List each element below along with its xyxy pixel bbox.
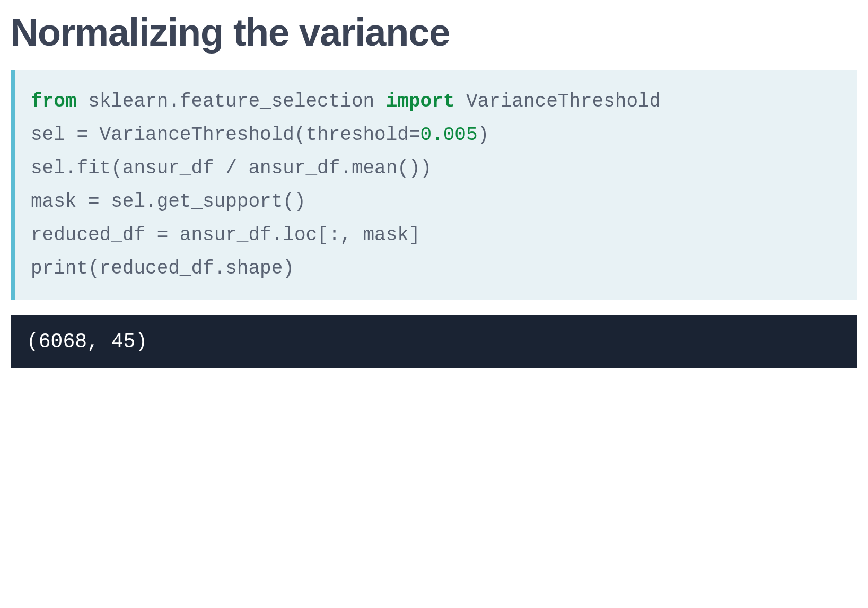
code-line-0: from sklearn.feature_selection import Va… xyxy=(31,85,841,118)
code-block: from sklearn.feature_selection import Va… xyxy=(11,70,857,300)
code-line-4: sel.fit(ansur_df / ansur_df.mean()) xyxy=(31,152,841,185)
keyword-import: import xyxy=(386,91,455,112)
code-text: ) xyxy=(478,124,489,146)
code-text: sklearn.feature_selection xyxy=(76,91,385,112)
code-text: sel = VarianceThreshold(threshold= xyxy=(31,124,420,146)
code-line-5: mask = sel.get_support() xyxy=(31,185,841,218)
code-text: VarianceThreshold xyxy=(454,91,661,112)
output-line-0: (6068, 45) xyxy=(27,327,841,357)
slide-title: Normalizing the variance xyxy=(11,11,857,54)
code-line-6: reduced_df = ansur_df.loc[:, mask] xyxy=(31,218,841,252)
output-block: (6068, 45) xyxy=(11,315,857,368)
code-line-7: print(reduced_df.shape) xyxy=(31,252,841,285)
keyword-from: from xyxy=(31,91,76,112)
code-number: 0.005 xyxy=(420,124,478,146)
code-line-2: sel = VarianceThreshold(threshold=0.005) xyxy=(31,118,841,152)
